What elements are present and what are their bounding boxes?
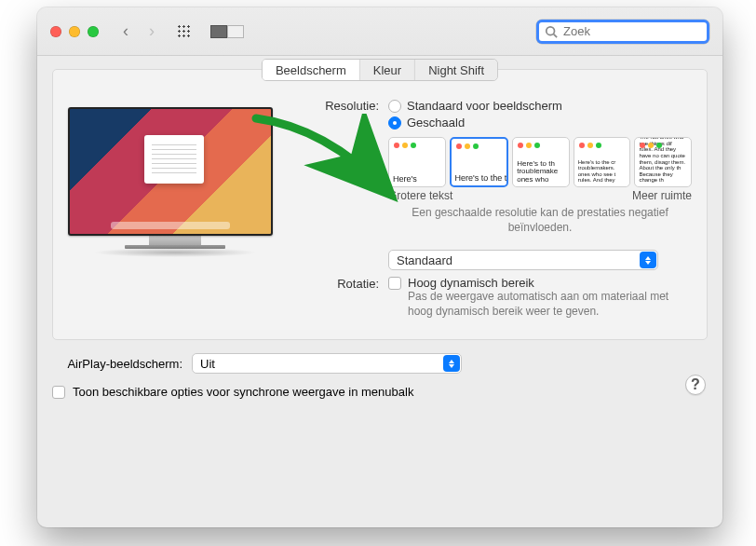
close-icon[interactable] xyxy=(50,26,61,37)
nav-arrows: ‹ › xyxy=(123,21,155,41)
radio-scaled[interactable]: Geschaald xyxy=(388,115,692,131)
show-all-icon[interactable] xyxy=(177,24,192,39)
checkbox-icon xyxy=(388,277,401,290)
hdr-checkbox[interactable]: Hoog dynamisch bereik xyxy=(388,276,692,290)
scale-thumb-4[interactable]: Here's to the crazy one troublemakers. T… xyxy=(634,137,692,187)
stepper-icon xyxy=(443,355,460,372)
minimize-icon[interactable] xyxy=(69,26,80,37)
svg-point-0 xyxy=(547,26,555,34)
window-controls xyxy=(50,26,99,37)
tab-nightshift[interactable]: Night Shift xyxy=(415,60,497,80)
back-button[interactable]: ‹ xyxy=(123,21,128,41)
tab-color[interactable]: Kleur xyxy=(360,60,415,80)
rotation-label: Rotatie: xyxy=(303,276,388,293)
swatch-light xyxy=(227,25,244,38)
appearance-swatches xyxy=(210,25,244,38)
search-input[interactable] xyxy=(563,24,701,38)
airplay-select[interactable]: Uit xyxy=(192,353,462,374)
scale-thumb-3[interactable]: Here's to the cr troublemakers. ones who… xyxy=(574,137,631,187)
hdr-hint: Pas de weergave automatisch aan om mater… xyxy=(408,290,678,319)
radio-default-label: Standaard voor beeldscherm xyxy=(407,98,562,115)
airplay-value: Uit xyxy=(200,357,215,371)
airplay-row: AirPlay-beeldscherm: Uit xyxy=(52,353,708,374)
menubar-checkbox-row[interactable]: Toon beschikbare opties voor synchrone w… xyxy=(52,385,708,399)
radio-scaled-label: Geschaald xyxy=(407,115,465,131)
stepper-icon xyxy=(640,252,656,268)
airplay-label: AirPlay-beeldscherm: xyxy=(52,357,192,371)
content: Beeldscherm Kleur Night Shift Resolu xyxy=(37,56,722,408)
swatch-dark xyxy=(210,25,227,38)
panel: Beeldscherm Kleur Night Shift Resolu xyxy=(52,69,708,340)
scale-thumb-1[interactable]: Here's to the troublen xyxy=(450,137,509,187)
rotation-value: Standaard xyxy=(397,253,452,267)
screen-preview xyxy=(68,107,273,236)
radio-default[interactable]: Standaard voor beeldscherm xyxy=(388,98,692,115)
tab-display[interactable]: Beeldscherm xyxy=(263,60,360,80)
checkbox-icon xyxy=(52,386,65,399)
search-field[interactable] xyxy=(536,20,709,44)
caption-more-space: Meer ruimte xyxy=(632,189,692,202)
hdr-label: Hoog dynamisch bereik xyxy=(408,276,534,290)
caption-larger: Grotere tekst xyxy=(388,189,452,202)
forward-button[interactable]: › xyxy=(149,21,155,41)
radio-icon xyxy=(388,100,401,113)
zoom-icon[interactable] xyxy=(88,26,99,37)
rotation-select[interactable]: Standaard xyxy=(388,250,658,270)
toolbar: ‹ › xyxy=(37,7,722,56)
scale-thumb-0[interactable]: Here's xyxy=(388,137,446,187)
prefs-window: ‹ › Beeldscherm Kleur Night Shift xyxy=(37,7,722,527)
scaled-note: Een geschaalde resolutie kan de prestati… xyxy=(388,206,692,235)
settings-column: Resolutie: Standaard voor beeldscherm Ge… xyxy=(303,98,692,324)
scale-thumbs: Here's Here's to the troublen Here's to … xyxy=(388,137,692,187)
scale-thumb-2[interactable]: Here's to th troublemake ones who xyxy=(512,137,570,187)
monitor-preview xyxy=(68,98,282,324)
menubar-checkbox-label: Toon beschikbare opties voor synchrone w… xyxy=(73,385,413,399)
tab-bar: Beeldscherm Kleur Night Shift xyxy=(262,59,498,81)
radio-icon xyxy=(388,116,401,130)
resolution-label: Resolutie: xyxy=(303,98,388,115)
svg-line-1 xyxy=(554,34,558,37)
search-icon xyxy=(545,25,558,38)
